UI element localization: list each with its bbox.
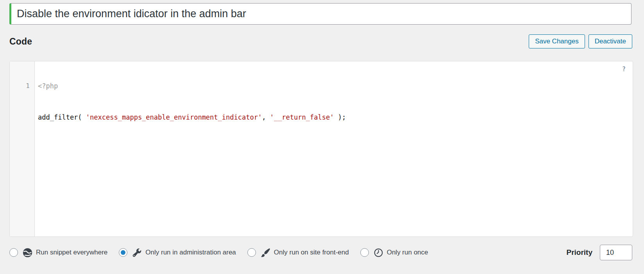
clock-icon bbox=[373, 247, 384, 258]
scope-option-run-once[interactable]: Only run once bbox=[360, 247, 428, 258]
scope-option-label: Run snippet everywhere bbox=[36, 249, 107, 256]
code-token: , bbox=[262, 113, 270, 121]
radio-run-everywhere[interactable] bbox=[9, 248, 18, 257]
code-token: '__return_false' bbox=[270, 113, 334, 121]
line-number: 1 bbox=[10, 78, 34, 94]
editor-help-icon[interactable]: ? bbox=[622, 66, 626, 73]
wrench-icon bbox=[132, 247, 142, 258]
radio-admin-area[interactable] bbox=[119, 248, 127, 257]
save-changes-button[interactable]: Save Changes bbox=[529, 34, 585, 48]
scope-option-front-end[interactable]: Only run on site front-end bbox=[247, 247, 349, 258]
line-number-gutter: 1 bbox=[10, 61, 35, 236]
priority-label: Priority bbox=[566, 248, 592, 257]
priority-input[interactable] bbox=[600, 245, 632, 260]
scope-option-admin-area[interactable]: Only run in administration area bbox=[119, 247, 236, 258]
code-token: add_filter( bbox=[38, 113, 86, 121]
snippet-scope-row: Run snippet everywhere Only run in admin… bbox=[9, 245, 632, 260]
scope-option-label: Only run once bbox=[387, 249, 428, 256]
action-button-group: Save Changes Deactivate bbox=[529, 34, 632, 48]
scope-option-label: Only run on site front-end bbox=[274, 249, 349, 256]
editor-header-row: Code Save Changes Deactivate bbox=[9, 34, 632, 48]
code-section-heading: Code bbox=[9, 36, 32, 47]
radio-run-once[interactable] bbox=[360, 248, 369, 257]
priority-group: Priority bbox=[566, 245, 632, 260]
code-token: 'nexcess_mapps_enable_environment_indica… bbox=[86, 113, 262, 121]
scope-option-label: Only run in administration area bbox=[145, 249, 236, 256]
code-pane[interactable]: <?php add_filter( 'nexcess_mapps_enable_… bbox=[35, 61, 633, 236]
scope-option-everywhere[interactable]: Run snippet everywhere bbox=[9, 247, 107, 258]
code-line-1: add_filter( 'nexcess_mapps_enable_enviro… bbox=[38, 109, 633, 125]
code-editor[interactable]: 1 <?php add_filter( 'nexcess_mapps_enabl… bbox=[9, 61, 633, 237]
radio-front-end[interactable] bbox=[247, 248, 256, 257]
code-token: ); bbox=[334, 113, 346, 121]
deactivate-button[interactable]: Deactivate bbox=[589, 34, 632, 48]
php-open-tag: <?php bbox=[38, 78, 633, 94]
snippet-title-input[interactable] bbox=[9, 3, 631, 25]
globe-icon bbox=[22, 247, 33, 258]
gutter-php-tag-cell bbox=[10, 63, 34, 78]
paintbrush-icon bbox=[260, 247, 271, 258]
